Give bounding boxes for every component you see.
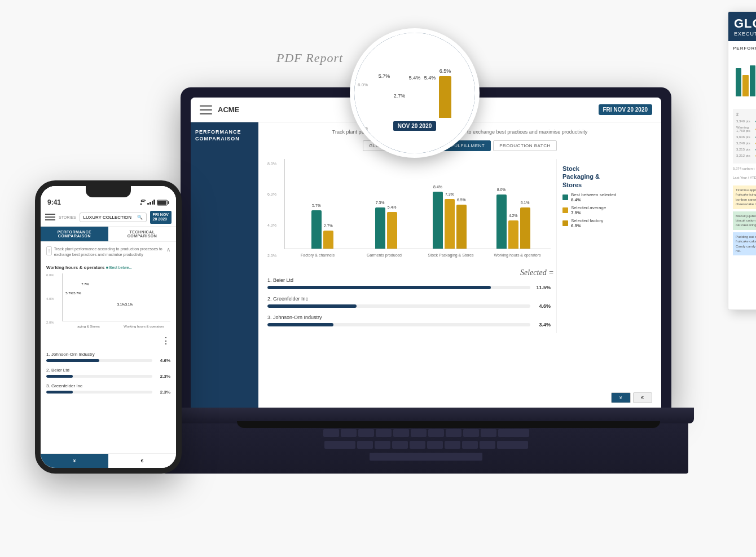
mag-bar: 5.4% — [424, 83, 436, 118]
companies-bar-list: 1. Beier Ltd 11.5% 2. Greenfelder Inc — [267, 277, 551, 328]
bar-working-gold1: 4.2% — [508, 220, 518, 249]
phone-company-name: 1. Johnson-Orn Industry — [46, 352, 95, 357]
list-item-johnson: 3. Johnson-Orn Industry 3.4% — [267, 315, 551, 328]
mag-bar-label: 2.7% — [394, 93, 406, 99]
pdf-text-block-1: Tiramisu apple pie tiramisu sesame snaps… — [733, 185, 756, 209]
phone-header: STORIES LUXURY COLLECTION 🔍 FRI NOV20 20… — [41, 209, 176, 227]
chart-group-3: 8.4% 7.3% 6.5% — [418, 192, 482, 249]
pdf-section-title: PERFORMANCE MAP — [733, 46, 756, 51]
phone-euro-button[interactable]: € — [108, 454, 176, 468]
key — [481, 429, 496, 437]
search-icon: 🔍 — [137, 215, 143, 220]
bar-stock-gold1: 7.3% — [445, 199, 455, 249]
phone-chart-title: Working hours & operators ■ Best betwe..… — [46, 265, 170, 270]
key — [358, 429, 374, 437]
legend-value: 7.5% — [571, 210, 606, 215]
legend-label: Selected average — [571, 205, 606, 210]
phone-bar: 3.1% — [126, 308, 133, 321]
pdf-sparkline-row: Last Year / YTD Target — [733, 172, 756, 183]
bar-garments-teal: 7.3% — [375, 207, 385, 249]
phone-company-pct: 2.3% — [155, 390, 170, 395]
battery-icon — [157, 200, 169, 206]
phone-status-icons — [137, 200, 169, 206]
y-label-2: 2.0% — [267, 254, 284, 258]
phone-bar: 5.7% — [74, 297, 81, 321]
phone-tab-performance[interactable]: PERFORMANCECOMPARAISON — [41, 227, 108, 241]
phone-bar-label: 7.7% — [81, 282, 89, 286]
phone-time: 9:41 — [47, 198, 61, 206]
bar-working-teal: 8.0% — [496, 194, 507, 249]
phone-company-name: 3. Greenfelder Inc — [46, 383, 82, 388]
euro-button[interactable]: € — [633, 392, 652, 403]
phone-y-4: 4.0% — [46, 297, 54, 300]
phone-tab-technical[interactable]: TECHNICALCOMPARISON — [108, 227, 176, 241]
mag-y-6: 6.0% — [358, 82, 368, 87]
phone-x-label-1: aging & Stores — [77, 325, 99, 328]
mag-y-4: 4.0% — [358, 126, 368, 131]
key — [376, 429, 392, 437]
tab-production-batch[interactable]: PRODUCTION BATCH — [493, 140, 557, 151]
phone-hamburger-icon[interactable] — [45, 214, 55, 220]
bar-stock-gold2: 6.5% — [456, 205, 467, 249]
phone-tabs: PERFORMANCECOMPARAISON TECHNICALCOMPARIS… — [41, 227, 176, 242]
hamburger-menu-icon[interactable] — [200, 105, 212, 114]
mag-bar: 5.4% — [408, 83, 421, 118]
pdf-bar — [750, 65, 755, 96]
chart-legend: StockPackaging &Stores Best between sele… — [556, 159, 652, 333]
date-badge: FRI NOV 20 2020 — [599, 104, 652, 115]
phone-x-label-2: Working hours & operators — [124, 325, 164, 328]
currency-buttons: ¥ € — [611, 392, 652, 403]
key — [357, 441, 373, 449]
phone-notch — [86, 186, 131, 197]
chart-group-1: 5.7% 2.7% — [291, 210, 354, 249]
key — [410, 441, 425, 449]
svg-rect-2 — [168, 201, 169, 204]
phone-x-labels: aging & Stores Working hours & operators — [62, 324, 170, 328]
key — [323, 429, 339, 437]
pdf-line: 3,212 pts — [736, 154, 756, 157]
spacebar — [370, 453, 482, 461]
company-pct: 3.4% — [534, 322, 551, 328]
phone-search-box[interactable]: LUXURY COLLECTION 🔍 — [80, 213, 147, 222]
key — [427, 441, 443, 449]
dashboard-main: Track plant performance according to pro… — [258, 122, 661, 409]
company-pct: 11.5% — [534, 285, 551, 290]
pdf-line: 3,215 pts — [736, 148, 756, 151]
legend-value: 6.5% — [571, 223, 603, 228]
key — [392, 441, 408, 449]
mag-bar-label: 6.5% — [439, 68, 451, 74]
pdf-lines-section: 2 3,340 pts Warning 1,760 pts 3,636 pts … — [733, 109, 756, 163]
bar-factory-teal: 5.7% — [311, 210, 322, 249]
yen-button[interactable]: ¥ — [611, 392, 630, 403]
magnifier-circle: 8.0% 6.0% 4.0% 5.7% 2.7% 5.4% 5.4% 6.5% … — [350, 28, 480, 158]
key — [497, 441, 528, 449]
key — [446, 429, 461, 437]
phone-bar: 5.7% — [66, 297, 73, 321]
phone: 9:41 — [35, 180, 182, 474]
more-options-icon[interactable]: ⋮ — [46, 335, 170, 346]
key — [324, 441, 355, 449]
bar-label: 6.5% — [457, 198, 466, 202]
legend-title: StockPackaging &Stores — [562, 165, 647, 189]
bar-label: 8.0% — [497, 188, 506, 192]
magnifier-bars: 5.7% 2.7% 5.4% 5.4% 6.5% — [367, 56, 463, 118]
list-item-beier: 1. Beier Ltd 11.5% — [267, 277, 551, 290]
bar-label: 7.3% — [376, 201, 385, 205]
legend-label: Selected factory — [571, 218, 603, 223]
upload-icon[interactable]: ↑ — [46, 246, 52, 255]
collapse-icon[interactable]: ∧ — [166, 246, 170, 253]
bar-working-gold2: 6.1% — [520, 207, 530, 249]
key — [480, 441, 495, 449]
phone-chart-group-1: 5.7% 5.7% 7.7% — [66, 288, 116, 321]
legend-label: Best between selected — [571, 192, 617, 197]
phone-bar: 7.7% — [82, 288, 89, 321]
list-item-greenfelder: 2. Greenfelder Inc 4.6% — [267, 296, 551, 309]
chart-group-2: 7.3% 5.4% — [354, 207, 418, 249]
pdf-bar — [742, 75, 748, 96]
phone-yen-button[interactable]: ¥ — [41, 454, 108, 468]
laptop-foot — [237, 421, 660, 428]
acme-logo: ACME — [218, 105, 239, 114]
wifi-icon — [137, 200, 146, 205]
mag-bar: 6.5% — [439, 76, 451, 118]
pdf-text-block-3: Pudding oat cake tootsie tiramisu ginger… — [733, 232, 756, 256]
